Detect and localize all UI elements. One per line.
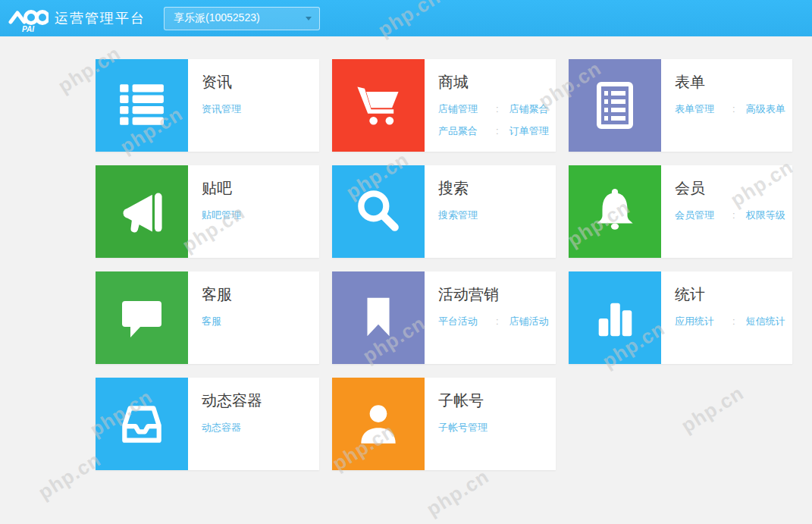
account-select-value: 享乐派(10052523) xyxy=(174,11,260,25)
link-row: 表单管理:高级表单 xyxy=(675,98,792,120)
barchart-icon xyxy=(591,294,638,341)
link-mall-0-0[interactable]: 店铺管理 xyxy=(438,102,487,116)
card-member[interactable]: 会员 会员管理:权限等级 xyxy=(569,165,792,258)
card-container[interactable]: 动态容器 动态容器 xyxy=(96,378,319,470)
card-links: 客服 xyxy=(202,310,319,332)
card-links: 动态容器 xyxy=(202,416,319,438)
card-title: 表单 xyxy=(675,72,792,92)
tile-subaccount[interactable] xyxy=(332,378,425,470)
card-title: 子帐号 xyxy=(438,391,556,410)
link-row: 会员管理:权限等级 xyxy=(675,204,792,226)
link-mall-1-0[interactable]: 产品聚合 xyxy=(438,124,487,138)
brand-title: 运营管理平台 xyxy=(55,9,146,27)
cloud-logo-icon: PAI xyxy=(8,3,49,33)
card-stats[interactable]: 统计 应用统计:短信统计 xyxy=(569,271,792,364)
link-stats-0-0[interactable]: 应用统计 xyxy=(675,315,723,328)
card-search[interactable]: 搜索 搜索管理 xyxy=(332,165,556,258)
card-grid: 资讯 资讯管理 商城 店铺管理:店铺聚合产品聚合:订单管理 表单 表单管理:高级… xyxy=(96,59,792,470)
card-links: 店铺管理:店铺聚合产品聚合:订单管理 xyxy=(438,98,556,142)
form-icon xyxy=(591,81,639,130)
tile-container[interactable] xyxy=(96,378,188,470)
link-mall-0-1[interactable]: 店铺聚合 xyxy=(509,102,549,116)
link-activity-0-1[interactable]: 店铺活动 xyxy=(509,315,549,328)
link-member-0-1[interactable]: 权限等级 xyxy=(746,209,785,222)
tile-stats[interactable] xyxy=(569,271,661,364)
card-title: 资讯 xyxy=(202,72,319,92)
tile-tieba[interactable] xyxy=(96,165,188,258)
card-form[interactable]: 表单 表单管理:高级表单 xyxy=(569,59,792,152)
link-row: 资讯管理 xyxy=(202,98,319,120)
user-icon xyxy=(353,399,403,449)
tile-search[interactable] xyxy=(332,165,425,258)
card-links: 应用统计:短信统计 xyxy=(675,310,792,332)
cart-icon xyxy=(353,80,404,131)
card-subaccount[interactable]: 子帐号 子帐号管理 xyxy=(332,378,556,470)
card-title: 动态容器 xyxy=(202,391,319,410)
link-separator: : xyxy=(496,103,499,115)
tile-activity[interactable] xyxy=(332,271,425,364)
card-service[interactable]: 客服 客服 xyxy=(96,271,319,364)
card-links: 贴吧管理 xyxy=(202,204,319,226)
link-row: 产品聚合:订单管理 xyxy=(438,120,556,142)
link-row: 平台活动:店铺活动 xyxy=(438,310,556,332)
link-tieba-0-0[interactable]: 贴吧管理 xyxy=(202,209,250,222)
link-separator: : xyxy=(496,315,499,327)
card-links: 资讯管理 xyxy=(202,98,319,120)
watermark: php.cn xyxy=(422,465,494,522)
link-member-0-0[interactable]: 会员管理 xyxy=(675,209,723,222)
link-row: 搜索管理 xyxy=(438,204,556,226)
card-links: 搜索管理 xyxy=(438,204,556,226)
inbox-icon xyxy=(117,399,167,449)
link-row: 店铺管理:店铺聚合 xyxy=(438,98,556,120)
link-form-0-0[interactable]: 表单管理 xyxy=(675,102,723,116)
card-title: 统计 xyxy=(675,284,792,304)
tile-news[interactable] xyxy=(96,59,188,152)
link-mall-1-1[interactable]: 订单管理 xyxy=(509,124,549,138)
link-row: 动态容器 xyxy=(202,416,319,438)
card-title: 贴吧 xyxy=(202,178,319,198)
tile-service[interactable] xyxy=(96,271,188,364)
chevron-down-icon xyxy=(306,17,312,20)
link-activity-0-0[interactable]: 平台活动 xyxy=(438,315,487,328)
card-links: 子帐号管理 xyxy=(438,416,556,438)
card-title: 客服 xyxy=(202,284,319,304)
card-links: 表单管理:高级表单 xyxy=(675,98,792,120)
card-news[interactable]: 资讯 资讯管理 xyxy=(96,59,319,152)
top-header-bar: PAI 运营管理平台 享乐派(10052523) xyxy=(0,0,812,36)
tile-member[interactable] xyxy=(569,165,661,258)
card-tieba[interactable]: 贴吧 贴吧管理 xyxy=(96,165,319,258)
link-search-0-0[interactable]: 搜索管理 xyxy=(438,209,487,222)
list-icon xyxy=(117,80,167,130)
card-title: 搜索 xyxy=(438,178,556,198)
card-mall[interactable]: 商城 店铺管理:店铺聚合产品聚合:订单管理 xyxy=(332,59,556,152)
link-row: 应用统计:短信统计 xyxy=(675,310,792,332)
link-separator: : xyxy=(732,209,735,221)
bell-icon xyxy=(590,187,640,237)
link-row: 贴吧管理 xyxy=(202,204,319,226)
card-title: 商城 xyxy=(438,72,556,92)
card-title: 活动营销 xyxy=(438,284,556,304)
link-separator: : xyxy=(732,315,735,327)
tile-mall[interactable] xyxy=(332,59,425,152)
link-subaccount-0-0[interactable]: 子帐号管理 xyxy=(438,421,488,435)
link-row: 客服 xyxy=(202,310,319,332)
card-links: 平台活动:店铺活动 xyxy=(438,310,556,332)
link-form-0-1[interactable]: 高级表单 xyxy=(746,102,785,116)
link-service-0-0[interactable]: 客服 xyxy=(202,315,250,328)
watermark: php.cn xyxy=(34,448,105,505)
bookmark-icon xyxy=(355,294,402,341)
chat-icon xyxy=(118,293,166,342)
link-separator: : xyxy=(496,125,499,136)
card-links: 会员管理:权限等级 xyxy=(675,204,792,226)
link-container-0-0[interactable]: 动态容器 xyxy=(202,421,250,435)
account-select[interactable]: 享乐派(10052523) xyxy=(164,7,320,30)
card-title: 会员 xyxy=(675,178,792,198)
link-news-0-0[interactable]: 资讯管理 xyxy=(202,102,250,116)
link-stats-0-1[interactable]: 短信统计 xyxy=(746,315,785,328)
link-separator: : xyxy=(732,103,735,115)
megaphone-icon xyxy=(116,186,168,237)
tile-form[interactable] xyxy=(569,59,661,152)
logo: PAI xyxy=(8,3,49,33)
card-activity[interactable]: 活动营销 平台活动:店铺活动 xyxy=(332,271,556,364)
link-row: 子帐号管理 xyxy=(438,416,556,438)
